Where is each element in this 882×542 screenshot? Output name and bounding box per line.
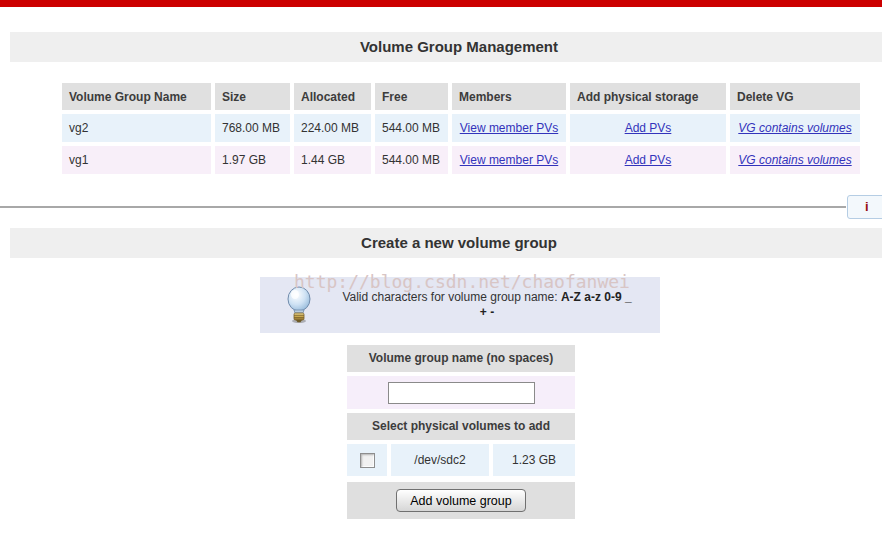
create-vg-title: Create a new volume group bbox=[361, 234, 557, 251]
vg-size: 768.00 MB bbox=[215, 114, 290, 142]
pv-checkbox[interactable] bbox=[360, 453, 375, 468]
vg-management-title-bar: Volume Group Management bbox=[10, 32, 882, 62]
vg-name-row bbox=[347, 376, 575, 409]
hint-box: Valid characters for volume group name: … bbox=[260, 277, 660, 333]
page: Volume Group Management Volume Group Nam… bbox=[0, 0, 882, 542]
view-member-pvs-link[interactable]: View member PVs bbox=[460, 153, 558, 167]
add-volume-group-button[interactable]: Add volume group bbox=[396, 489, 525, 512]
pv-checkbox-cell bbox=[347, 444, 387, 476]
lightbulb-icon bbox=[284, 286, 314, 324]
vg-name-header: Volume group name (no spaces) bbox=[347, 345, 575, 372]
vg-allocated: 224.00 MB bbox=[294, 114, 371, 142]
select-pv-header: Select physical volumes to add bbox=[347, 413, 575, 440]
section-divider-line bbox=[0, 206, 846, 208]
vg-row: vg2 768.00 MB 224.00 MB 544.00 MB View m… bbox=[62, 114, 860, 142]
page-title: Volume Group Management bbox=[360, 38, 558, 55]
vg-name: vg2 bbox=[62, 114, 211, 142]
vg-size: 1.97 GB bbox=[215, 146, 290, 174]
col-header-delete-vg: Delete VG bbox=[730, 83, 860, 110]
col-header-allocated: Allocated bbox=[294, 83, 371, 110]
delete-vg-link[interactable]: VG contains volumes bbox=[738, 121, 851, 135]
col-header-size: Size bbox=[215, 83, 290, 110]
info-button-label: i bbox=[865, 199, 869, 214]
col-header-name: Volume Group Name bbox=[62, 83, 211, 110]
col-header-add-storage: Add physical storage bbox=[570, 83, 726, 110]
pv-row: /dev/sdc2 1.23 GB bbox=[347, 444, 575, 476]
col-header-members: Members bbox=[452, 83, 566, 110]
info-button[interactable]: i bbox=[847, 195, 882, 219]
form-footer-bar: Add volume group bbox=[347, 482, 575, 519]
top-red-bar bbox=[0, 0, 882, 7]
hint-valid-chars: A-Z a-z 0-9 _ bbox=[561, 290, 632, 304]
create-vg-form: Volume group name (no spaces) Select phy… bbox=[347, 345, 575, 519]
add-pvs-link[interactable]: Add PVs bbox=[625, 121, 672, 135]
volume-group-table: Volume Group Name Size Allocated Free Me… bbox=[58, 79, 864, 178]
hint-text: Valid characters for volume group name: … bbox=[314, 290, 660, 320]
vg-free: 544.00 MB bbox=[375, 114, 448, 142]
table-header-row: Volume Group Name Size Allocated Free Me… bbox=[62, 83, 860, 110]
hint-valid-chars-2: + - bbox=[480, 305, 494, 319]
vg-name: vg1 bbox=[62, 146, 211, 174]
vg-name-input[interactable] bbox=[388, 382, 535, 404]
hint-prefix: Valid characters for volume group name: bbox=[342, 290, 557, 304]
create-vg-title-bar: Create a new volume group bbox=[10, 228, 882, 258]
vg-free: 544.00 MB bbox=[375, 146, 448, 174]
view-member-pvs-link[interactable]: View member PVs bbox=[460, 121, 558, 135]
vg-row: vg1 1.97 GB 1.44 GB 544.00 MB View membe… bbox=[62, 146, 860, 174]
vg-allocated: 1.44 GB bbox=[294, 146, 371, 174]
pv-size: 1.23 GB bbox=[493, 444, 575, 476]
pv-device: /dev/sdc2 bbox=[391, 444, 489, 476]
add-pvs-link[interactable]: Add PVs bbox=[625, 153, 672, 167]
col-header-free: Free bbox=[375, 83, 448, 110]
delete-vg-link[interactable]: VG contains volumes bbox=[738, 153, 851, 167]
